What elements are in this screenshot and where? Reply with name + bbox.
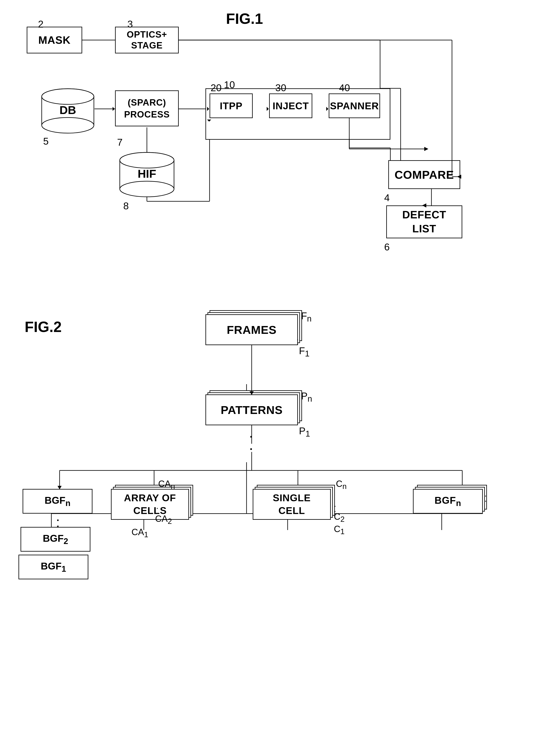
svg-point-31 xyxy=(42,89,94,104)
optics-ref: 3 xyxy=(127,18,133,30)
c1-label: C1 xyxy=(334,524,345,536)
frames-box: FRAMES xyxy=(205,314,298,345)
spanner-box: SPANNER xyxy=(329,93,380,118)
bgf-stack-right: BGFn xyxy=(413,489,483,514)
array-of-cells-stack: ARRAY OFCELLS xyxy=(111,489,189,520)
sparc-ref: 7 xyxy=(117,137,123,148)
single-cell-dots2: · xyxy=(334,506,336,516)
bgf-stack-left: BGFn · · BGF2 BGF1 xyxy=(18,489,101,581)
defect-list-ref: 6 xyxy=(384,241,390,253)
compare-ref: 4 xyxy=(384,192,390,203)
hif-ref: 8 xyxy=(123,200,129,212)
bgfn-right-box: BGFn xyxy=(413,489,483,514)
spanner-ref: 40 xyxy=(339,82,350,93)
db-ref: 5 xyxy=(43,136,49,147)
inject-box: INJECT xyxy=(269,93,312,118)
patterns-box: PATTERNS xyxy=(205,394,298,425)
array-dots2: · xyxy=(156,508,158,518)
hif-cylinder: HIF xyxy=(119,152,175,197)
svg-text:HIF: HIF xyxy=(138,167,156,180)
vertical-dots: ·· xyxy=(250,430,253,455)
array-cells-box: ARRAY OFCELLS xyxy=(111,489,189,520)
sparc-box: (SPARC)PROCESS xyxy=(115,90,179,126)
pn-label: Pn xyxy=(301,390,312,403)
f1-label: F1 xyxy=(299,345,310,358)
defect-list-box: DEFECTLIST xyxy=(386,205,462,238)
frames-stack-dots2: · xyxy=(296,339,299,348)
frames-stack: FRAMES xyxy=(205,314,298,345)
itpp-ref: 20 xyxy=(211,82,221,93)
can-label: CAn xyxy=(158,479,175,491)
db-cylinder: DB xyxy=(41,88,95,134)
fn-label: Fn xyxy=(301,310,312,323)
patterns-stack: PATTERNS xyxy=(205,394,298,425)
single-cell-stack: SINGLECELL xyxy=(253,489,331,520)
svg-point-37 xyxy=(120,181,174,197)
system-ref: 10 xyxy=(224,79,235,90)
svg-marker-42 xyxy=(424,147,428,151)
mask-ref: 2 xyxy=(38,18,44,30)
optics-box: OPTICS+STAGE xyxy=(115,27,179,53)
cn-label: Cn xyxy=(336,479,347,491)
inject-ref: 30 xyxy=(275,82,286,93)
compare-box: COMPARE xyxy=(388,160,460,189)
diagram-container: FIG.1 MASK 2 OPTICS+STAGE 3 10 ITPP 20 I… xyxy=(0,0,543,756)
svg-point-38 xyxy=(120,152,174,168)
single-cell-box: SINGLECELL xyxy=(253,489,331,520)
ca1-label: CA1 xyxy=(131,527,148,539)
fig2-title: FIG.2 xyxy=(25,318,62,335)
svg-text:DB: DB xyxy=(60,104,76,116)
svg-point-30 xyxy=(42,118,94,133)
bgf-right-dots2: · xyxy=(484,496,487,505)
fig1-title: FIG.1 xyxy=(226,10,263,27)
itpp-box: ITPP xyxy=(210,93,253,118)
svg-marker-48 xyxy=(113,107,115,111)
p1-label: P1 xyxy=(299,425,310,438)
mask-box: MASK xyxy=(27,27,82,53)
